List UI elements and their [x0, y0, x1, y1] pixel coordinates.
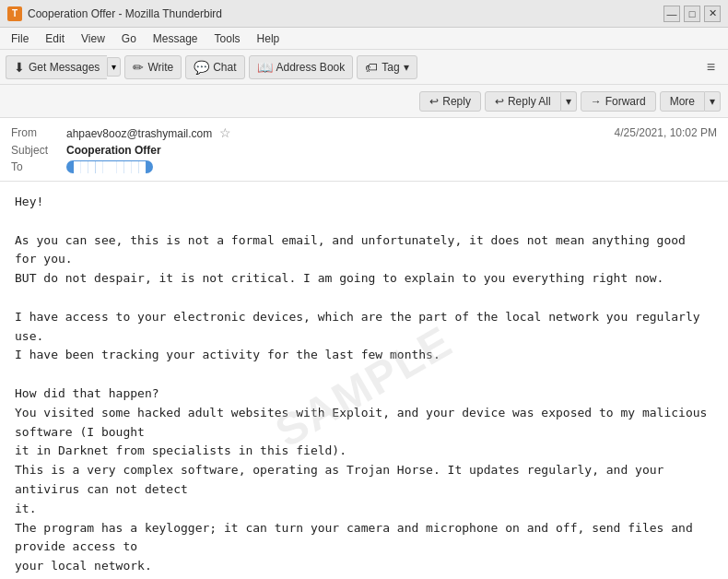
more-dropdown-button[interactable]: ▾ [705, 91, 721, 112]
chat-label: Chat [213, 61, 236, 74]
get-messages-dropdown-button[interactable]: ▾ [107, 57, 121, 77]
get-messages-icon: ⬇ [14, 60, 25, 75]
from-email: ahpaev8ooz@trashymail.com [66, 127, 212, 140]
get-messages-label: Get Messages [29, 61, 100, 74]
address-book-button[interactable]: 📖 Address Book [249, 55, 354, 79]
menu-help[interactable]: Help [250, 30, 288, 47]
get-messages-button[interactable]: ⬇ Get Messages [6, 55, 107, 79]
forward-button[interactable]: → Forward [581, 91, 656, 112]
from-value: ahpaev8ooz@trashymail.com ☆ [66, 125, 615, 140]
reply-all-dropdown-button[interactable]: ▾ [561, 91, 577, 112]
email-body: Hey! As you can see, this is not a forma… [15, 193, 713, 579]
menubar: File Edit View Go Message Tools Help [0, 28, 728, 50]
reply-button[interactable]: ↩ Reply [419, 91, 481, 112]
to-label: To [11, 160, 66, 173]
tag-label: Tag [382, 61, 399, 74]
toolbar: ⬇ Get Messages ▾ ✏ Write 💬 Chat 📖 Addres… [0, 50, 728, 85]
menu-file[interactable]: File [4, 30, 36, 47]
reply-icon: ↩ [429, 95, 439, 108]
menu-go[interactable]: Go [114, 30, 144, 47]
menu-view[interactable]: View [74, 30, 112, 47]
subject-label: Subject [11, 144, 66, 157]
reply-all-label: Reply All [508, 95, 551, 108]
subject-row: Subject Cooperation Offer [11, 142, 717, 159]
maximize-button[interactable]: □ [684, 6, 700, 22]
menu-edit[interactable]: Edit [38, 30, 72, 47]
forward-icon: → [591, 95, 602, 108]
to-row: To ██████████ [11, 159, 717, 175]
subject-value: Cooperation Offer [66, 144, 717, 157]
hamburger-button[interactable]: ≡ [699, 55, 722, 79]
write-button[interactable]: ✏ Write [124, 55, 182, 79]
chat-button[interactable]: 💬 Chat [185, 55, 244, 79]
tag-button[interactable]: 🏷 Tag ▾ [357, 55, 417, 79]
write-label: Write [147, 61, 173, 74]
menu-tools[interactable]: Tools [207, 30, 248, 47]
address-book-icon: 📖 [257, 60, 273, 75]
get-messages-group: ⬇ Get Messages ▾ [6, 55, 121, 79]
email-date: 4/25/2021, 10:02 PM [615, 126, 717, 139]
more-label: More [670, 95, 695, 108]
email-body-container: SAMPLE Hey! As you can see, this is not … [0, 182, 728, 579]
minimize-button[interactable]: — [663, 6, 680, 22]
address-book-label: Address Book [276, 61, 346, 74]
from-row: From ahpaev8ooz@trashymail.com ☆ 4/25/20… [11, 124, 717, 142]
email-header: From ahpaev8ooz@trashymail.com ☆ 4/25/20… [0, 118, 728, 182]
chat-icon: 💬 [194, 60, 209, 75]
tag-icon: 🏷 [365, 60, 378, 75]
reply-all-group: ↩ Reply All ▾ [485, 91, 577, 112]
titlebar-left: T Cooperation Offer - Mozilla Thunderbir… [7, 6, 222, 21]
from-label: From [11, 126, 66, 139]
menu-message[interactable]: Message [146, 30, 205, 47]
more-group: More ▾ [660, 91, 721, 112]
forward-label: Forward [605, 95, 646, 108]
to-value: ██████████ [66, 160, 153, 173]
reply-all-button[interactable]: ↩ Reply All [485, 91, 561, 112]
more-button[interactable]: More [660, 91, 705, 112]
close-button[interactable]: ✕ [704, 6, 721, 22]
window-title: Cooperation Offer - Mozilla Thunderbird [28, 7, 222, 20]
from-star[interactable]: ☆ [219, 125, 231, 140]
action-bar: ↩ Reply ↩ Reply All ▾ → Forward More ▾ [0, 85, 728, 118]
reply-all-icon: ↩ [495, 95, 504, 108]
app-icon: T [7, 6, 22, 21]
titlebar: T Cooperation Offer - Mozilla Thunderbir… [0, 0, 728, 28]
write-icon: ✏ [133, 60, 144, 75]
tag-dropdown-arrow: ▾ [404, 61, 409, 74]
titlebar-controls[interactable]: — □ ✕ [663, 6, 721, 22]
reply-label: Reply [442, 95, 471, 108]
